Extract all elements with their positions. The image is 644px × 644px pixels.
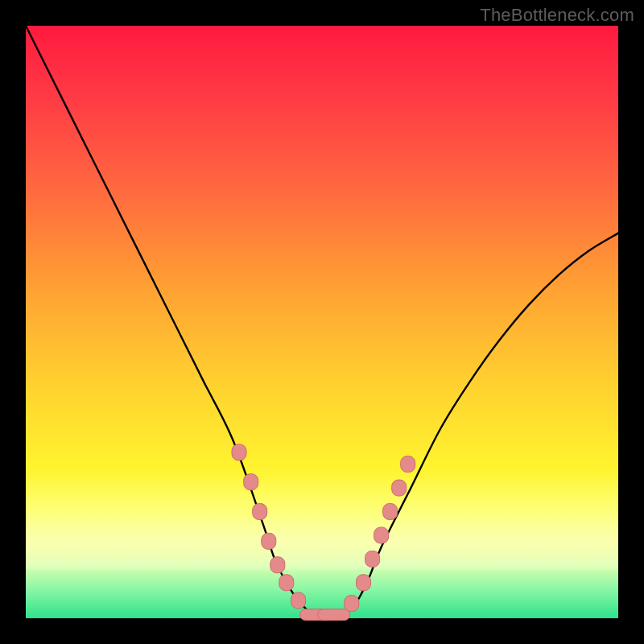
- curve-marker: [374, 527, 389, 543]
- curve-marker: [365, 551, 380, 567]
- curve-marker: [253, 504, 267, 520]
- curve-marker: [357, 575, 371, 591]
- curve-marker: [345, 596, 359, 612]
- curve-marker: [392, 480, 407, 496]
- bottleneck-curve: [26, 26, 618, 619]
- curve-marker: [291, 592, 306, 609]
- chart-frame: TheBottleneck.com: [0, 0, 644, 644]
- curve-marker: [270, 557, 285, 573]
- curve-marker: [262, 533, 276, 549]
- curve-marker: [279, 575, 294, 591]
- curve-svg: [26, 26, 618, 618]
- curve-marker: [383, 504, 398, 520]
- curve-marker: [244, 474, 258, 490]
- curve-marker: [401, 456, 415, 473]
- source-credit: TheBottleneck.com: [480, 5, 634, 26]
- curve-marker: [318, 609, 350, 621]
- plot-area: [26, 26, 618, 618]
- curve-marker: [232, 444, 246, 460]
- marker-layer: [232, 444, 415, 621]
